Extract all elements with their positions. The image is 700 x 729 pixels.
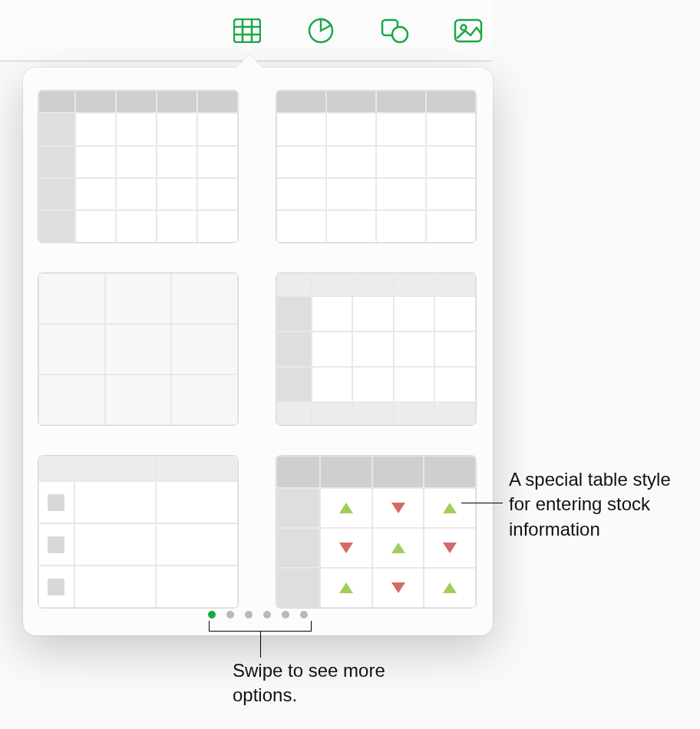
arrow-up-icon (391, 543, 405, 553)
page-dot[interactable] (226, 611, 234, 618)
callout-stock-text: A special table style for entering stock… (509, 469, 671, 539)
checkbox-icon (48, 536, 64, 553)
checkbox-icon (48, 579, 64, 595)
arrow-down-icon (443, 543, 457, 553)
chart-icon (308, 18, 334, 44)
table-styles-popover (23, 68, 493, 635)
arrow-up-icon (443, 582, 457, 593)
insert-media-button[interactable] (453, 15, 484, 46)
page-dot[interactable] (282, 611, 289, 618)
table-style-headers-left-top[interactable] (38, 91, 238, 242)
page-dot[interactable] (245, 611, 253, 618)
arrow-up-icon (339, 503, 353, 513)
arrow-up-icon (339, 582, 353, 593)
shape-icon (380, 18, 409, 44)
svg-point-9 (461, 25, 467, 30)
table-style-full-borders[interactable] (276, 273, 476, 425)
arrow-down-icon (391, 582, 405, 593)
callout-stock: A special table style for entering stock… (509, 467, 693, 542)
table-styles-grid (38, 91, 477, 608)
callout-swipe: Swipe to see more options. (233, 658, 432, 708)
media-icon (454, 18, 483, 43)
callout-swipe-text: Swipe to see more options. (233, 660, 385, 705)
page-dots[interactable] (23, 611, 493, 618)
arrow-down-icon (339, 543, 353, 553)
page-dot[interactable] (208, 611, 216, 618)
checkbox-icon (48, 494, 64, 511)
insert-shape-button[interactable] (379, 15, 410, 46)
toolbar (0, 0, 491, 61)
insert-table-button[interactable] (232, 15, 262, 46)
table-style-stock[interactable] (276, 456, 476, 608)
arrow-up-icon (443, 503, 457, 513)
callout-swipe-line (260, 632, 261, 658)
table-style-header-top[interactable] (276, 91, 476, 242)
svg-point-7 (392, 27, 408, 42)
table-style-plain[interactable] (38, 273, 238, 425)
table-style-checklist[interactable] (38, 456, 238, 608)
table-icon (233, 18, 261, 43)
insert-chart-button[interactable] (305, 15, 336, 46)
svg-rect-8 (455, 20, 481, 41)
svg-rect-0 (234, 19, 260, 42)
bracket (209, 621, 312, 632)
page-dot[interactable] (300, 611, 308, 618)
arrow-down-icon (391, 503, 405, 513)
page-dot[interactable] (263, 611, 271, 618)
callout-stock-line (461, 503, 503, 503)
